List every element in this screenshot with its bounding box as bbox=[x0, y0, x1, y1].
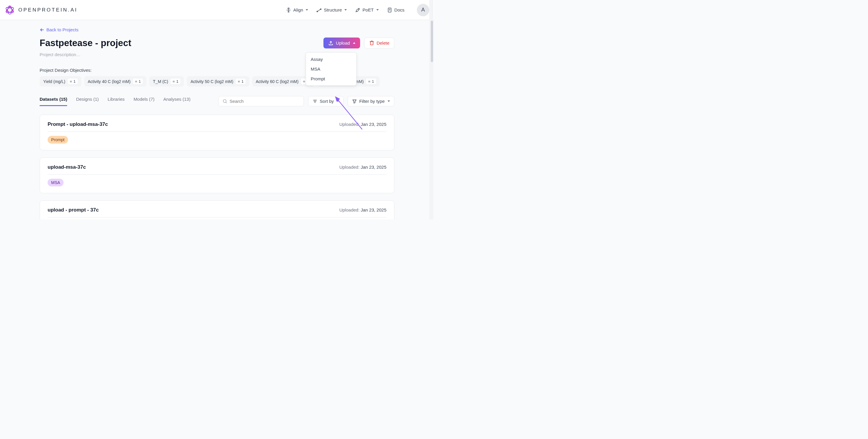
upload-label: Upload bbox=[336, 40, 350, 45]
svg-line-19 bbox=[226, 102, 227, 103]
filter-button[interactable]: Filter by type bbox=[348, 96, 394, 106]
chevron-up-icon bbox=[353, 42, 355, 44]
chevron-down-icon bbox=[344, 9, 347, 11]
nav-docs-label: Docs bbox=[394, 7, 404, 12]
objective-badge: =1 bbox=[236, 78, 246, 84]
upload-dropdown-menu: Assay MSA Prompt bbox=[306, 52, 356, 86]
nav-align-label: Align bbox=[293, 7, 303, 12]
dataset-title: upload - prompt - 37c bbox=[48, 207, 99, 213]
delete-label: Delete bbox=[377, 40, 390, 45]
pen-icon bbox=[355, 7, 361, 13]
header: OPENPROTEIN.AI Align Structure PoET Docs… bbox=[0, 0, 434, 20]
chevron-down-icon bbox=[388, 100, 390, 102]
logo-text: OPENPROTEIN.AI bbox=[18, 7, 78, 13]
svg-point-18 bbox=[223, 100, 226, 103]
structure-icon bbox=[316, 7, 322, 13]
dropdown-item-msa[interactable]: MSA bbox=[306, 64, 356, 74]
logo[interactable]: OPENPROTEIN.AI bbox=[5, 5, 78, 15]
back-link-text: Back to Projects bbox=[46, 27, 79, 32]
objective-chip[interactable]: T_M (C)=1 bbox=[149, 76, 184, 87]
dataset-title: Prompt - upload-msa-37c bbox=[48, 122, 108, 127]
svg-marker-23 bbox=[353, 100, 356, 103]
objective-chip[interactable]: Activity 60 C (log2 mM)=1 bbox=[252, 76, 315, 87]
dataset-uploaded: Uploaded: Jan 23, 2025 bbox=[339, 122, 386, 127]
nav-align[interactable]: Align bbox=[286, 7, 308, 13]
tab-libraries[interactable]: Libraries bbox=[107, 97, 125, 106]
dataset-card[interactable]: Prompt - upload-msa-37cUploaded: Jan 23,… bbox=[40, 114, 394, 150]
nav-poet[interactable]: PoET bbox=[355, 7, 379, 13]
chevron-down-icon bbox=[376, 9, 379, 11]
upload-icon bbox=[328, 40, 334, 46]
filter-icon bbox=[352, 99, 357, 104]
nav-poet-label: PoET bbox=[363, 7, 374, 12]
objective-chip[interactable]: Activity 50 C (log2 mM)=1 bbox=[187, 76, 249, 87]
tab-models[interactable]: Models (7) bbox=[134, 97, 155, 106]
objective-name: T_M (C) bbox=[153, 79, 168, 84]
nav: Align Structure PoET Docs A bbox=[286, 4, 429, 16]
trash-icon bbox=[369, 40, 374, 45]
sort-icon bbox=[312, 99, 317, 104]
arrow-left-icon bbox=[40, 28, 44, 32]
nav-docs[interactable]: Docs bbox=[387, 7, 404, 13]
nav-structure-label: Structure bbox=[324, 7, 342, 12]
scrollbar-thumb[interactable] bbox=[431, 21, 433, 62]
dataset-tag: MSA bbox=[48, 179, 64, 187]
upload-button[interactable]: Upload bbox=[323, 37, 360, 48]
objective-name: Activity 50 C (log2 mM) bbox=[190, 79, 233, 84]
dataset-list: Prompt - upload-msa-37cUploaded: Jan 23,… bbox=[40, 114, 394, 220]
svg-point-3 bbox=[9, 6, 11, 7]
dropdown-item-assay[interactable]: Assay bbox=[306, 54, 356, 64]
sort-label: Sort by bbox=[320, 99, 334, 104]
chevron-down-icon bbox=[306, 9, 308, 11]
back-to-projects-link[interactable]: Back to Projects bbox=[40, 27, 394, 32]
objective-name: Activity 60 C (log2 mM) bbox=[256, 79, 299, 84]
dataset-uploaded: Uploaded: Jan 23, 2025 bbox=[339, 207, 386, 212]
filter-label: Filter by type bbox=[359, 99, 384, 104]
objective-badge: =1 bbox=[366, 78, 376, 84]
dataset-tag: Prompt bbox=[48, 136, 68, 143]
svg-point-5 bbox=[6, 10, 8, 12]
delete-button[interactable]: Delete bbox=[364, 37, 394, 48]
tab-designs[interactable]: Designs (1) bbox=[76, 97, 99, 106]
objective-name: Activity 40 C (log2 mM) bbox=[88, 79, 131, 84]
logo-icon bbox=[5, 5, 15, 15]
objective-name: Yield (mg/L) bbox=[43, 79, 65, 84]
align-icon bbox=[286, 7, 291, 13]
objective-chip[interactable]: Yield (mg/L)=1 bbox=[40, 76, 81, 87]
dropdown-item-prompt[interactable]: Prompt bbox=[306, 74, 356, 83]
tab-datasets[interactable]: Datasets (15) bbox=[40, 97, 67, 106]
svg-line-12 bbox=[358, 9, 359, 9]
objective-badge: =1 bbox=[68, 78, 78, 84]
chevron-down-icon bbox=[337, 100, 339, 102]
dataset-card[interactable]: upload-msa-37cUploaded: Jan 23, 2025MSA bbox=[40, 158, 394, 193]
nav-structure[interactable]: Structure bbox=[316, 7, 347, 13]
svg-point-4 bbox=[12, 10, 13, 12]
dataset-uploaded: Uploaded: Jan 23, 2025 bbox=[339, 165, 386, 170]
avatar[interactable]: A bbox=[417, 4, 429, 16]
content: Back to Projects Fastpetease - project U… bbox=[0, 20, 434, 220]
search-icon bbox=[223, 99, 227, 104]
objective-badge: =1 bbox=[133, 78, 143, 84]
sort-button[interactable]: Sort by bbox=[308, 96, 344, 106]
page-title: Fastpetease - project bbox=[40, 38, 131, 48]
objective-chip[interactable]: Activity 40 C (log2 mM)=1 bbox=[84, 76, 147, 87]
dataset-card[interactable]: upload - prompt - 37cUploaded: Jan 23, 2… bbox=[40, 200, 394, 220]
search-input-wrapper bbox=[218, 96, 304, 106]
docs-icon bbox=[387, 7, 392, 13]
dataset-title: upload-msa-37c bbox=[48, 164, 86, 170]
search-input[interactable] bbox=[230, 99, 300, 104]
tabs: Datasets (15) Designs (1) Libraries Mode… bbox=[40, 97, 190, 106]
tab-analyses[interactable]: Analyses (13) bbox=[163, 97, 190, 106]
objective-badge: =1 bbox=[170, 78, 181, 84]
avatar-initial: A bbox=[421, 7, 425, 13]
